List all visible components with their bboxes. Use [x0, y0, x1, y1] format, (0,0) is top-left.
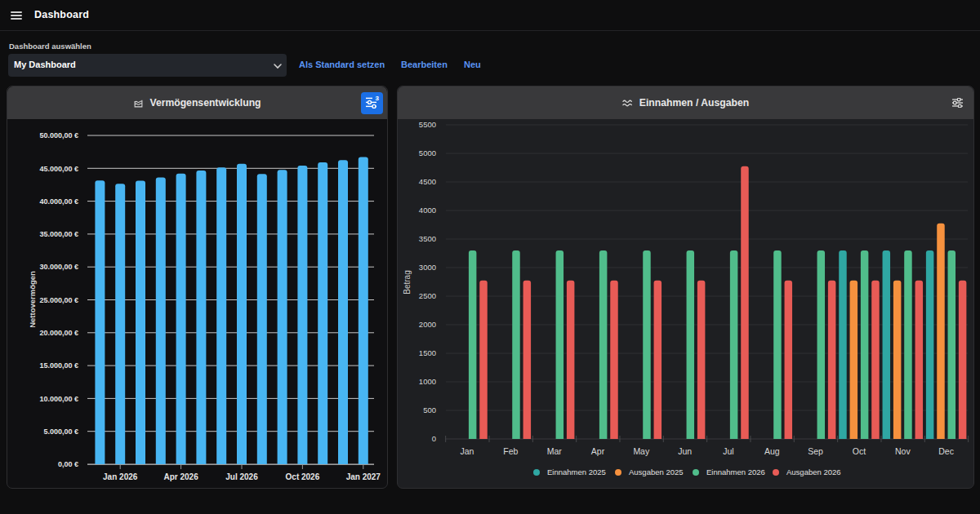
svg-text:Jun: Jun [678, 446, 692, 456]
svg-text:Oct 2026: Oct 2026 [286, 472, 320, 481]
svg-text:25.000,00 €: 25.000,00 € [39, 296, 78, 304]
svg-text:Apr: Apr [591, 446, 605, 456]
svg-text:Aug: Aug [764, 446, 780, 456]
svg-text:Sep: Sep [808, 446, 823, 456]
svg-text:1500: 1500 [419, 348, 436, 357]
svg-text:50.000,00 €: 50.000,00 € [39, 131, 78, 140]
svg-text:Jan 2027: Jan 2027 [346, 472, 381, 481]
svg-text:2500: 2500 [419, 291, 436, 300]
svg-text:2000: 2000 [419, 320, 436, 329]
svg-text:4500: 4500 [419, 177, 436, 186]
svg-text:45.000,00 €: 45.000,00 € [39, 165, 78, 173]
svg-text:10.000,00 €: 10.000,00 € [39, 395, 78, 403]
svg-text:Jan: Jan [461, 446, 474, 456]
svg-text:Apr 2026: Apr 2026 [163, 472, 198, 481]
svg-text:May: May [633, 446, 650, 456]
svg-text:Jul: Jul [723, 446, 733, 456]
svg-text:Jan 2026: Jan 2026 [103, 472, 138, 481]
svg-text:35.000,00 €: 35.000,00 € [39, 230, 78, 238]
svg-text:Nettovermögen: Nettovermögen [28, 271, 37, 328]
svg-text:Nov: Nov [895, 446, 911, 456]
svg-text:4000: 4000 [419, 206, 436, 215]
svg-text:15.000,00 €: 15.000,00 € [39, 361, 78, 370]
svg-text:Oct: Oct [853, 446, 866, 456]
svg-text:Einnahmen 2025: Einnahmen 2025 [547, 467, 606, 476]
svg-text:Jul 2026: Jul 2026 [225, 472, 258, 481]
svg-text:3500: 3500 [419, 234, 436, 243]
svg-text:Mar: Mar [547, 446, 563, 456]
svg-text:5000: 5000 [419, 148, 436, 157]
svg-text:Ausgaben 2025: Ausgaben 2025 [629, 467, 684, 476]
svg-text:40.000,00 €: 40.000,00 € [39, 197, 78, 206]
svg-text:Feb: Feb [503, 446, 518, 456]
svg-text:500: 500 [423, 405, 436, 414]
svg-text:Dec: Dec [938, 446, 954, 456]
svg-text:0,00 €: 0,00 € [58, 460, 78, 468]
svg-text:30.000,00 €: 30.000,00 € [39, 263, 78, 271]
svg-text:0: 0 [432, 434, 436, 443]
svg-text:Betrag: Betrag [403, 270, 412, 294]
svg-text:Ausgaben 2026: Ausgaben 2026 [786, 467, 841, 476]
svg-text:20.000,00 €: 20.000,00 € [39, 329, 78, 337]
svg-text:3000: 3000 [419, 263, 436, 272]
svg-text:1000: 1000 [419, 377, 436, 386]
svg-text:5.000,00 €: 5.000,00 € [43, 428, 78, 436]
svg-text:5500: 5500 [419, 120, 436, 129]
svg-text:Einnahmen 2026: Einnahmen 2026 [706, 467, 765, 476]
